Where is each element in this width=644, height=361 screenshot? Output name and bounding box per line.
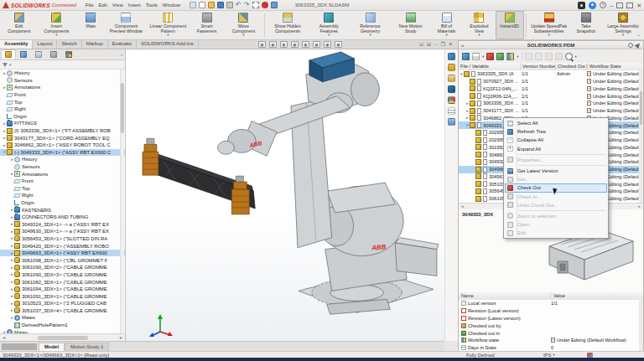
checkin-icon[interactable] <box>496 53 504 60</box>
ribbon-button-insert-components[interactable]: Insert Components▾ <box>36 11 76 39</box>
pdm-row-kq2f12-04n[interactable]: KQ2F12-04N_...1/1Under Editing (Default … <box>459 85 639 93</box>
tree-item-3049420-3dx-1-assembl[interactable]: ▸3049420_3DX<1> ("ASSEMBLY ROBO <box>0 242 125 250</box>
ribbon-button-bill-of-materials[interactable]: Bill of Materials▾ <box>430 11 463 39</box>
tab-evaluate[interactable]: Evaluate <box>108 40 137 49</box>
menu-item-check-out[interactable]: Check Out <box>505 183 607 192</box>
tree-item-front[interactable]: Front <box>0 178 125 185</box>
menu-file[interactable]: File <box>86 3 94 8</box>
tree-filter-row[interactable]: ▾ <box>0 60 125 70</box>
zoom-area-icon[interactable]: ◉ <box>269 41 277 48</box>
pdm-row-3063336-3dx[interactable]: ▸3063336_3DX ...1/1Under Editing (Defaul… <box>459 100 639 107</box>
graphics-viewport[interactable]: ABB ABB <box>126 49 444 341</box>
tree-item-top[interactable]: Top <box>0 98 125 106</box>
tree-item-3061091-3dx-1-cable-g[interactable]: ▸3061091_3DX<1> ("CABLE GROMME <box>0 292 125 300</box>
resources-icon[interactable] <box>448 53 455 60</box>
panel-tab-featuremanager-tree[interactable] <box>2 50 15 59</box>
pdm-icon[interactable] <box>448 85 455 93</box>
tree-item-3046862-3dx-1-assy-ro[interactable]: ▸3046862_3DX<1> ("ASSY ROBOT TOOL C <box>0 142 125 149</box>
ribbon-button-linear-component-pattern[interactable]: Linear Component Pattern▾ <box>147 11 189 39</box>
tree-item-3061090-3dx-3-cable-g[interactable]: ▸3061090_3DX<3> ("CABLE GROMME <box>0 271 125 279</box>
ribbon-button-smart-fasteners[interactable]: Smart Fasteners <box>189 11 225 39</box>
state-icon[interactable] <box>506 53 514 60</box>
tree-item-origin[interactable]: Origin <box>0 199 125 207</box>
tree-item-3049333-3dx-1-ass[interactable]: ▾(-) 3049333_3DX<1> ("ASSY RBT EX600 C <box>0 149 125 157</box>
tree-item-history[interactable]: ▸History <box>0 70 125 77</box>
menu-view[interactable]: View <box>112 3 123 8</box>
tab-solidworks-add-ins[interactable]: SOLIDWORKS Add-Ins <box>137 40 199 49</box>
dropdown-caret-icon[interactable]: ▾ <box>575 54 577 59</box>
menu-item-collapse-all[interactable]: Collapse All <box>505 136 607 144</box>
avatar[interactable] <box>589 2 596 9</box>
ribbon-button-reference-geometry[interactable]: Reference Geometry▾ <box>350 11 392 39</box>
scene-icon[interactable]: ◉ <box>335 41 342 48</box>
redo-icon[interactable]: ↷ <box>244 2 250 8</box>
select-icon[interactable] <box>252 2 259 8</box>
record-icon[interactable] <box>262 2 268 8</box>
properties-icon[interactable] <box>448 107 455 115</box>
tree-item-history[interactable]: ▸History <box>0 156 125 163</box>
home-icon[interactable] <box>190 2 196 8</box>
tree-item-3043177-3dx-1-cord-as[interactable]: ▸3043177_3DX<1> ("CORD ASSEMBLY EQ <box>0 134 125 142</box>
ribbon-button-show-hidden-components[interactable]: Show Hidden Components <box>267 11 309 39</box>
model-tab-motion-study-1[interactable]: Motion Study 1 <box>65 343 109 351</box>
tab-markup[interactable]: Markup <box>82 40 108 49</box>
pdm-scroll-right-icon[interactable]: ► <box>638 204 641 209</box>
ribbon-button-take-snapshot[interactable]: Take Snapshot <box>570 11 602 39</box>
tree-item-annotations[interactable]: ▸AAnnotations <box>0 84 125 91</box>
search-icon[interactable] <box>565 53 573 60</box>
view-orientation-icon[interactable]: ◉ <box>291 41 299 48</box>
pdm-vertical-scrollbar[interactable] <box>639 70 643 203</box>
tree-item-3056453-3dx-1-slotted[interactable]: ▸3056453_3DX<1> ("SLOTTED DIN RA <box>0 235 125 243</box>
menu-item-expand-all[interactable]: Expand All <box>505 145 607 153</box>
property-row-checked-out-by[interactable]: Checked out by <box>459 322 639 329</box>
compass-icon[interactable] <box>578 2 585 9</box>
property-row-workflow-state[interactable]: Workflow stateUnder Editing (Default Wor… <box>459 337 639 344</box>
tree-scroll-thumb[interactable] <box>121 83 124 133</box>
panel-expand-icon[interactable]: » <box>461 43 464 48</box>
open-icon[interactable] <box>208 2 215 8</box>
tag-icon[interactable] <box>587 353 593 358</box>
library-icon[interactable] <box>448 64 455 71</box>
tree-item-sensors[interactable]: Sensors <box>0 77 125 85</box>
panel-tabs-more-icon[interactable]: › <box>121 52 122 57</box>
panel-tab-propertymanager[interactable] <box>17 50 30 59</box>
minimize-button[interactable]: – <box>610 2 613 9</box>
variables-scrollbar[interactable] <box>639 300 643 351</box>
doc-cascade-icon[interactable]: ⊟ <box>427 41 431 49</box>
menu-insert[interactable]: Insert <box>128 3 141 8</box>
tree-item-3061090-3dx-2-cable-g[interactable]: ▸3061090_3DX<2> ("CABLE GROMME <box>0 264 125 271</box>
doc-minimize-icon[interactable]: – <box>434 41 437 49</box>
menu-item-get-latest-version[interactable]: Get Latest Version <box>505 167 607 175</box>
explorer-icon[interactable] <box>448 75 455 82</box>
print-icon[interactable] <box>226 2 233 8</box>
panel-tab-displaymanager[interactable] <box>62 50 75 59</box>
appearance-icon[interactable]: ◉ <box>324 41 331 48</box>
tree-item-right[interactable]: Right <box>0 106 125 113</box>
panel-tab-dimxpertmanager[interactable] <box>47 50 60 59</box>
save-icon[interactable] <box>217 2 224 8</box>
panel-options-icon[interactable] <box>628 43 633 48</box>
tree-item-sensors[interactable]: Sensors <box>0 163 125 171</box>
ribbon-button-move-component[interactable]: Move Component▾ <box>225 11 262 39</box>
column-header-checked-out-by[interactable]: Checked Out By <box>556 63 588 70</box>
tree-item-fasteners[interactable]: ▸FASTENERS <box>0 206 125 214</box>
tree-item-annotations[interactable]: ▸AAnnotations <box>0 170 125 178</box>
appearances-icon[interactable] <box>448 96 455 104</box>
new-document-icon[interactable] <box>199 2 205 8</box>
ribbon-button-component-preview-window[interactable]: Component Preview Window <box>105 11 147 39</box>
tree-item-3049630-3dx-1-a-as[interactable]: ▸3049630_3DX<1> -> a ("ASSY RBT EX <box>0 228 125 235</box>
property-row-local-version[interactable]: Local version1/1 <box>459 300 639 307</box>
ribbon-button-new-motion-study[interactable]: New Motion Study <box>392 11 430 39</box>
refresh-icon[interactable] <box>462 53 470 60</box>
pdm-scroll-thumb[interactable] <box>640 91 642 125</box>
tree-item-3061094-3dx-1-cable-g[interactable]: ▸3061094_3DX<1> ("CABLE GROMME <box>0 286 125 293</box>
tree-item-origin[interactable]: Origin <box>0 113 125 121</box>
tree-item-mates[interactable]: ▸Mates <box>0 314 125 322</box>
doc-maximize-icon[interactable]: ❒ <box>440 41 444 49</box>
pdm-row-kq2r06-12a[interactable]: KQ2R06-12A_...1/1Under Editing (Default … <box>459 92 639 100</box>
display-style-icon[interactable]: ◉ <box>302 41 309 48</box>
ribbon-button-mate[interactable]: Mate <box>76 11 105 39</box>
hscroll-thumb[interactable] <box>38 336 88 340</box>
restore-button[interactable] <box>616 3 623 8</box>
tree-item-f-3063336-3dx-1-ft[interactable]: ▸(f) 3063336_3DX<1> ("FT ASSEMBLY ROB <box>0 127 125 135</box>
